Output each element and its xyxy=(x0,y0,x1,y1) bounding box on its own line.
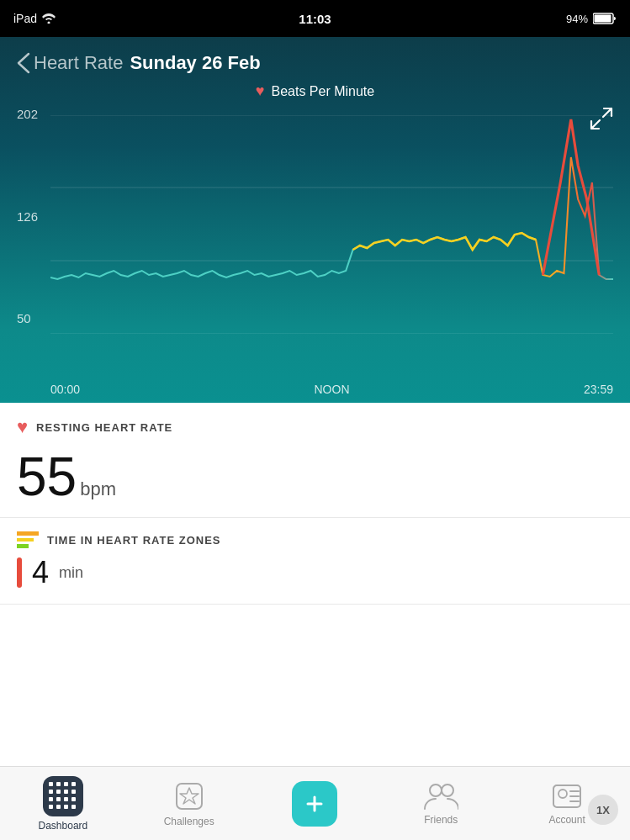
chart-svg xyxy=(50,115,613,334)
expand-button[interactable] xyxy=(590,107,613,135)
resting-hr-title: RESTING HEART RATE xyxy=(36,421,172,434)
bar-yellow xyxy=(17,538,34,542)
time-labels: 00:00 NOON 23:59 xyxy=(0,376,630,403)
hr-zones-value-row: 4 min xyxy=(17,555,613,590)
battery-icon xyxy=(593,13,617,24)
time-label-start: 00:00 xyxy=(50,383,80,396)
status-bar: iPad 11:03 94% xyxy=(0,0,630,37)
y-label-mid: 126 xyxy=(17,209,38,224)
svg-point-13 xyxy=(559,790,567,798)
header-subtitle: Heart Rate xyxy=(34,52,123,74)
account-label: Account xyxy=(548,814,585,826)
back-button[interactable] xyxy=(17,52,30,74)
svg-point-0 xyxy=(48,22,50,24)
nav-item-dashboard[interactable]: Dashboard xyxy=(0,767,126,840)
resting-heart-rate-section: ♥ RESTING HEART RATE 55 bpm xyxy=(0,403,630,518)
nav-item-challenges[interactable]: Challenges xyxy=(126,767,252,840)
svg-point-11 xyxy=(442,785,453,796)
chart-legend: ♥ Beats Per Minute xyxy=(0,82,630,100)
chart-wrapper: 202 126 50 xyxy=(0,107,630,376)
dashboard-icon-bg xyxy=(43,776,83,816)
battery-label: 94% xyxy=(566,13,588,25)
bar-green xyxy=(17,544,29,548)
y-label-top: 202 xyxy=(17,107,38,121)
plus-icon xyxy=(303,792,326,816)
hr-zones-value: 4 xyxy=(32,555,49,590)
account-icon xyxy=(550,782,584,811)
svg-marker-9 xyxy=(180,788,199,804)
add-icon-bg xyxy=(292,781,337,827)
friends-icon xyxy=(423,782,458,811)
challenges-icon xyxy=(173,780,205,812)
device-label: iPad xyxy=(13,12,37,25)
y-label-bot: 50 xyxy=(17,311,38,325)
resting-hr-icon: ♥ xyxy=(17,416,28,438)
zone-bar-indicator xyxy=(17,557,22,588)
legend-heart-icon: ♥ xyxy=(256,82,265,100)
header-row: Heart Rate Sunday 26 Feb xyxy=(0,37,630,82)
hr-zones-section: TIME IN HEART RATE ZONES 4 min xyxy=(0,518,630,605)
hr-zones-header: TIME IN HEART RATE ZONES xyxy=(17,531,613,548)
status-left: iPad xyxy=(13,12,56,25)
svg-rect-7 xyxy=(50,115,613,334)
chart-area: Heart Rate Sunday 26 Feb ♥ Beats Per Min… xyxy=(0,37,630,403)
challenges-label: Challenges xyxy=(164,816,214,827)
nav-item-add[interactable] xyxy=(252,767,379,840)
dashboard-grid-icon xyxy=(49,782,77,810)
resting-hr-unit: bpm xyxy=(80,478,116,500)
dashboard-label: Dashboard xyxy=(39,820,88,832)
y-axis-labels: 202 126 50 xyxy=(17,107,38,325)
wifi-icon xyxy=(42,13,56,24)
nav-item-friends[interactable]: Friends xyxy=(378,767,504,840)
content-area: ♥ RESTING HEART RATE 55 bpm TIME IN HEAR… xyxy=(0,403,630,766)
status-time: 11:03 xyxy=(299,12,331,26)
resting-hr-value: 55 xyxy=(17,450,77,504)
friends-label: Friends xyxy=(424,814,458,826)
time-label-end: 23:59 xyxy=(584,383,613,396)
svg-rect-2 xyxy=(595,15,611,23)
resting-hr-value-row: 55 bpm xyxy=(17,445,613,504)
status-right: 94% xyxy=(566,13,617,25)
svg-point-10 xyxy=(430,785,442,796)
hr-zones-icon xyxy=(17,531,39,548)
hr-zones-title: TIME IN HEART RATE ZONES xyxy=(47,534,220,547)
hr-zones-unit: min xyxy=(59,564,83,582)
legend-text: Beats Per Minute xyxy=(271,84,374,99)
badge-1x[interactable]: 1X xyxy=(588,795,618,825)
time-label-noon: NOON xyxy=(315,383,350,396)
resting-hr-header: ♥ RESTING HEART RATE xyxy=(17,416,613,438)
bar-orange xyxy=(17,531,39,536)
bottom-nav: Dashboard Challenges xyxy=(0,766,630,840)
header-title: Sunday 26 Feb xyxy=(130,52,260,74)
app-container: Heart Rate Sunday 26 Feb ♥ Beats Per Min… xyxy=(0,37,630,840)
